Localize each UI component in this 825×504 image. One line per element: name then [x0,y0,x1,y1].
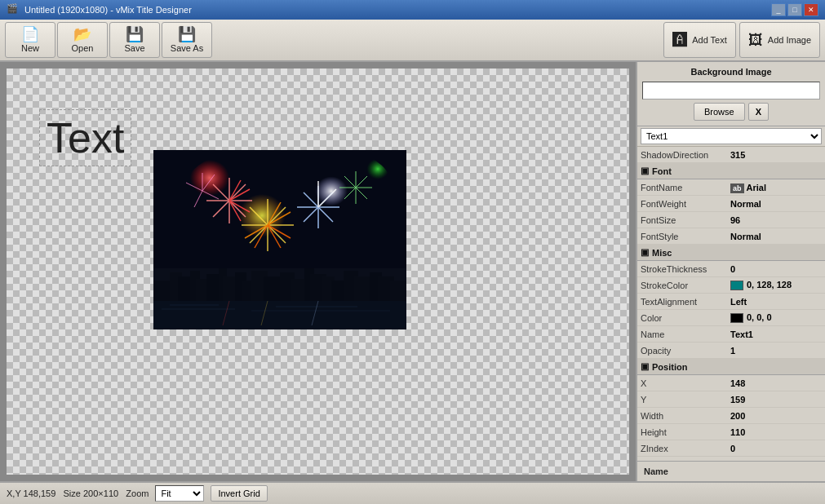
open-icon: 📂 [73,27,91,42]
prop-x-value: 148 [730,378,822,388]
save-button[interactable]: 💾 Save [109,22,160,58]
status-coords: X,Y 148,159 Size 200×110 Zoom [7,489,149,498]
prop-color-label: Color [641,313,730,323]
add-image-label: Add Image [768,35,811,45]
main-layout: Text [0,62,825,481]
image-element[interactable] [153,150,406,329]
prop-font-weight-value: Normal [730,199,822,209]
canvas-container[interactable]: Text [7,69,629,475]
title-bar: 🎬 Untitled (1920x1080) - vMix Title Desi… [0,0,825,20]
xy-label: X,Y [7,489,21,498]
prop-shadow-direction: ShadowDirection 315 [637,147,825,163]
minimize-button[interactable]: _ [771,3,786,16]
add-image-button[interactable]: 🖼 Add Image [739,22,820,58]
position-collapse-icon[interactable]: ▣ [641,361,649,372]
prop-font-name: FontName abArial [637,179,825,196]
prop-font-weight-label: FontWeight [641,199,730,209]
new-icon: 📄 [21,27,39,42]
prop-opacity-label: Opacity [641,346,730,356]
save-as-label: Save As [171,43,203,53]
prop-name: Name Text1 [637,326,825,343]
position-section-header[interactable]: ▣ Position [637,359,825,375]
browse-button[interactable]: Browse [694,103,745,121]
window-controls: _ □ ✕ [771,3,818,16]
right-panel: Background Image Browse X Text1 ShadowDi… [636,62,825,481]
prop-zindex: ZIndex 0 [637,440,825,457]
prop-color-value: 0, 0, 0 [730,312,822,323]
prop-font-style-label: FontStyle [641,232,730,241]
prop-y-value: 159 [730,395,822,405]
prop-color: Color 0, 0, 0 [637,310,825,326]
font-section-label: Font [652,166,672,176]
prop-stroke-color-label: StrokeColor [641,281,730,290]
prop-opacity: Opacity 1 [637,343,825,359]
toolbar-right: 🅰 Add Text 🖼 Add Image [663,22,820,58]
prop-text-alignment: TextAlignment Left [637,294,825,310]
prop-y: Y 159 [637,391,825,408]
bg-buttons: Browse X [642,103,820,121]
stroke-color-swatch[interactable] [730,281,743,290]
prop-y-label: Y [641,395,730,405]
prop-stroke-thickness-label: StrokeThickness [641,264,730,274]
prop-font-name-label: FontName [641,183,730,192]
font-collapse-icon[interactable]: ▣ [641,166,649,176]
prop-font-size-label: FontSize [641,215,730,225]
font-section-header[interactable]: ▣ Font [637,163,825,179]
prop-text-alignment-value: Left [730,297,822,307]
properties-container: ShadowDirection 315 ▣ Font FontName abAr… [637,147,825,461]
prop-font-size-value: 96 [730,215,822,225]
new-button[interactable]: 📄 New [5,22,55,58]
misc-section-header[interactable]: ▣ Misc [637,245,825,261]
prop-font-style-value: Normal [730,232,822,241]
add-text-label: Add Text [692,35,727,45]
misc-collapse-icon[interactable]: ▣ [641,247,649,258]
element-select[interactable]: Text1 [641,128,822,144]
maximize-button[interactable]: □ [787,3,802,16]
zoom-select[interactable]: Fit 50% 100% 150% [155,485,204,502]
save-as-button[interactable]: 💾 Save As [162,22,212,58]
open-button[interactable]: 📂 Open [57,22,108,58]
open-label: Open [72,43,94,53]
position-section-label: Position [652,362,687,372]
prop-shadow-direction-value: 315 [730,150,822,160]
status-bar: X,Y 148,159 Size 200×110 Zoom Fit 50% 10… [0,481,825,504]
misc-section-label: Misc [652,248,672,258]
bg-image-input[interactable] [642,82,820,99]
prop-name-label: Name [641,329,730,339]
prop-x: X 148 [637,375,825,391]
prop-font-weight: FontWeight Normal [637,196,825,212]
zoom-label: Zoom [126,489,149,498]
canvas-area[interactable]: Text [0,62,636,481]
prop-height-value: 110 [730,427,822,437]
fireworks-image [153,150,406,329]
save-as-icon: 💾 [178,27,196,42]
bg-image-title: Background Image [642,67,820,77]
prop-stroke-color-value: 0, 128, 128 [730,280,822,290]
size-label: Size [64,489,81,498]
prop-width-label: Width [641,411,730,421]
text-element[interactable]: Text [39,109,131,166]
element-dropdown-row[interactable]: Text1 [637,126,825,147]
font-preview-badge: ab [730,183,744,193]
size-values: 200×110 [83,489,118,498]
prop-width: Width 200 [637,408,825,424]
invert-grid-button[interactable]: Invert Grid [211,485,267,502]
toolbar: 📄 New 📂 Open 💾 Save 💾 Save As 🅰 Add Text… [0,20,825,62]
prop-opacity-value: 1 [730,346,822,356]
prop-height: Height 110 [637,424,825,440]
color-swatch[interactable] [730,313,743,323]
window-title: Untitled (1920x1080) - vMix Title Design… [24,5,771,15]
prop-stroke-thickness: StrokeThickness 0 [637,261,825,277]
name-section-label: Name [637,461,825,481]
app-icon: 🎬 [7,3,20,16]
clear-bg-button[interactable]: X [748,103,769,121]
prop-height-label: Height [641,427,730,437]
add-image-icon: 🖼 [748,32,763,49]
add-text-button[interactable]: 🅰 Add Text [663,22,736,58]
prop-zindex-value: 0 [730,444,822,453]
prop-text-alignment-label: TextAlignment [641,297,730,307]
xy-values: 148,159 [24,489,56,498]
prop-shadow-direction-label: ShadowDirection [641,150,730,160]
prop-font-name-value: abArial [730,183,822,192]
close-button[interactable]: ✕ [804,3,818,16]
